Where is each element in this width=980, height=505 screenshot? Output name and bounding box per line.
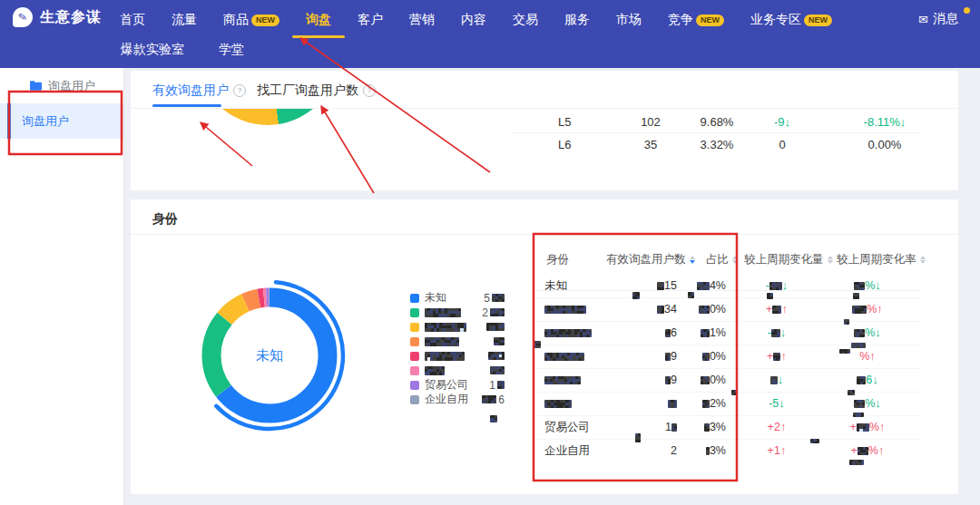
nav-item-label: 市场 bbox=[616, 12, 642, 28]
censored-mosaic bbox=[857, 423, 869, 432]
table-row: 未知154%-↓%↓ bbox=[535, 274, 922, 298]
sort-icon[interactable] bbox=[690, 256, 695, 264]
down-arrow-icon: ↓ bbox=[872, 373, 878, 386]
section-title: 身份 bbox=[152, 211, 178, 228]
sidebar-group-label: 询盘用户 bbox=[48, 78, 95, 94]
change-qty-cell: -↓ bbox=[730, 321, 824, 345]
nav-item-label: 服务 bbox=[564, 12, 590, 28]
column-header-3[interactable]: 占比 bbox=[706, 252, 738, 267]
down-arrow-icon: ↓ bbox=[785, 115, 791, 129]
top-navbar: ✎ 生意参谋 首页流量商品NEW询盘客户营销内容交易服务市场竞争NEW业务专区N… bbox=[0, 0, 980, 68]
nav-item-12[interactable]: 业务专区NEW bbox=[750, 5, 832, 34]
change-rate-cell: 6↓ bbox=[815, 368, 920, 392]
column-header-label: 身份 bbox=[546, 252, 569, 267]
sidebar-group-inquiry-users[interactable]: 询盘用户 bbox=[0, 68, 123, 94]
up-arrow-icon: ↑ bbox=[878, 443, 885, 457]
censored-mosaic bbox=[810, 439, 819, 443]
nav-item-5[interactable]: 客户 bbox=[358, 5, 383, 34]
caret-down-icon bbox=[732, 260, 738, 264]
censored-mosaic bbox=[854, 282, 865, 290]
down-arrow-icon: ↓ bbox=[900, 115, 906, 129]
nav-item-6[interactable]: 营销 bbox=[409, 5, 435, 34]
nav-item-4[interactable]: 询盘 bbox=[306, 5, 331, 34]
row-divider bbox=[512, 132, 922, 133]
sort-icon[interactable] bbox=[920, 256, 926, 264]
change-qty-cell: -↓ bbox=[730, 274, 824, 297]
messages-button[interactable]: ✉ 消息 bbox=[918, 11, 958, 27]
nav-item-10[interactable]: 市场 bbox=[616, 5, 642, 34]
caret-up-icon bbox=[920, 256, 926, 259]
table-row: 340%+↑%↑ bbox=[535, 297, 922, 322]
column-header-1[interactable]: 身份 bbox=[546, 252, 569, 267]
active-nav-underline bbox=[292, 35, 345, 38]
secondary-nav: 爆款实验室学堂 bbox=[121, 42, 244, 58]
change-qty-cell: +↑ bbox=[730, 345, 824, 368]
down-arrow-icon: ↓ bbox=[779, 396, 785, 410]
caret-up-icon bbox=[732, 256, 738, 259]
page: ✎ 生意参谋 首页流量商品NEW询盘客户营销内容交易服务市场竞争NEW业务专区N… bbox=[0, 0, 980, 505]
nav-item-2[interactable]: 流量 bbox=[172, 5, 197, 34]
folder-icon bbox=[30, 80, 42, 93]
nav2-item-1[interactable]: 爆款实验室 bbox=[121, 42, 184, 58]
nav-item-3[interactable]: 商品NEW bbox=[223, 5, 279, 34]
nav-item-label: 询盘 bbox=[306, 12, 331, 28]
table-row: 贸易公司13%+2↑+%↑ bbox=[535, 415, 922, 440]
censored-mosaic bbox=[697, 282, 710, 290]
censored-mosaic bbox=[852, 306, 867, 314]
share-cell: 3% bbox=[653, 415, 726, 439]
tab-1[interactable]: 有效询盘用户? bbox=[152, 83, 246, 99]
mail-icon: ✉ bbox=[918, 13, 928, 26]
sidebar-item-label: 询盘用户 bbox=[22, 114, 69, 128]
censored-mosaic bbox=[544, 353, 584, 361]
tab-2[interactable]: 找工厂询盘用户数? bbox=[257, 83, 376, 99]
sort-icon[interactable] bbox=[732, 256, 738, 264]
column-header-4[interactable]: 较上周期变化量 bbox=[744, 252, 833, 267]
nav-item-8[interactable]: 交易 bbox=[513, 5, 538, 34]
censored-mosaic bbox=[851, 343, 866, 348]
brand[interactable]: ✎ 生意参谋 bbox=[13, 7, 102, 27]
column-header-2[interactable]: 有效询盘用户数 bbox=[606, 252, 695, 267]
column-header-5[interactable]: 较上周期变化率 bbox=[837, 252, 926, 267]
column-header-label: 有效询盘用户数 bbox=[606, 252, 686, 267]
help-icon[interactable]: ? bbox=[363, 84, 376, 97]
level-cell: 0 bbox=[746, 136, 818, 154]
caret-down-icon bbox=[920, 260, 926, 264]
censored-mosaic bbox=[544, 306, 586, 314]
change-rate-cell: %↑ bbox=[815, 345, 920, 368]
down-arrow-icon: ↓ bbox=[875, 325, 881, 339]
censored-mosaic bbox=[534, 341, 541, 348]
nav-item-7[interactable]: 内容 bbox=[461, 5, 486, 34]
level-cell: 0.00% bbox=[848, 136, 921, 154]
sort-icon[interactable] bbox=[828, 256, 833, 264]
nav-item-11[interactable]: 竞争NEW bbox=[668, 5, 724, 34]
censored-mosaic bbox=[704, 423, 710, 432]
nav2-item-2[interactable]: 学堂 bbox=[219, 42, 244, 58]
up-arrow-icon: ↑ bbox=[780, 420, 787, 433]
table-row: L51029.68%-9↓-8.11%↓ bbox=[131, 113, 958, 131]
level-cell: 102 bbox=[614, 113, 687, 131]
censored-mosaic bbox=[544, 376, 581, 384]
table-row: 2%-5↓%↓ bbox=[535, 392, 922, 416]
sidebar-item-inquiry-users[interactable]: 询盘用户 bbox=[0, 103, 123, 139]
section-divider bbox=[131, 234, 958, 235]
table-row: 企业自用23%+1↑+%↑ bbox=[535, 439, 922, 462]
censored-mosaic bbox=[706, 447, 710, 455]
down-arrow-icon: ↓ bbox=[875, 396, 881, 410]
help-icon[interactable]: ? bbox=[233, 84, 246, 97]
nav-item-1[interactable]: 首页 bbox=[120, 5, 145, 34]
nav-item-label: 首页 bbox=[120, 12, 145, 28]
nav-item-label: 客户 bbox=[358, 12, 383, 28]
change-rate-cell: %↑ bbox=[815, 297, 920, 321]
table-row: 90%↓6↓ bbox=[535, 368, 922, 393]
censored-mosaic bbox=[635, 433, 641, 442]
tab-label: 找工厂询盘用户数 bbox=[257, 83, 358, 99]
column-header-label: 较上周期变化量 bbox=[744, 252, 824, 267]
nav-item-9[interactable]: 服务 bbox=[564, 5, 590, 34]
table-row: 90%+↑%↑ bbox=[535, 345, 922, 369]
down-arrow-icon: ↓ bbox=[875, 278, 881, 292]
share-cell: 0% bbox=[653, 297, 726, 321]
level-cell: -8.11%↓ bbox=[848, 113, 921, 131]
down-arrow-icon: ↓ bbox=[778, 373, 784, 386]
nav-item-label: 交易 bbox=[513, 12, 538, 28]
censored-mosaic bbox=[848, 390, 855, 395]
